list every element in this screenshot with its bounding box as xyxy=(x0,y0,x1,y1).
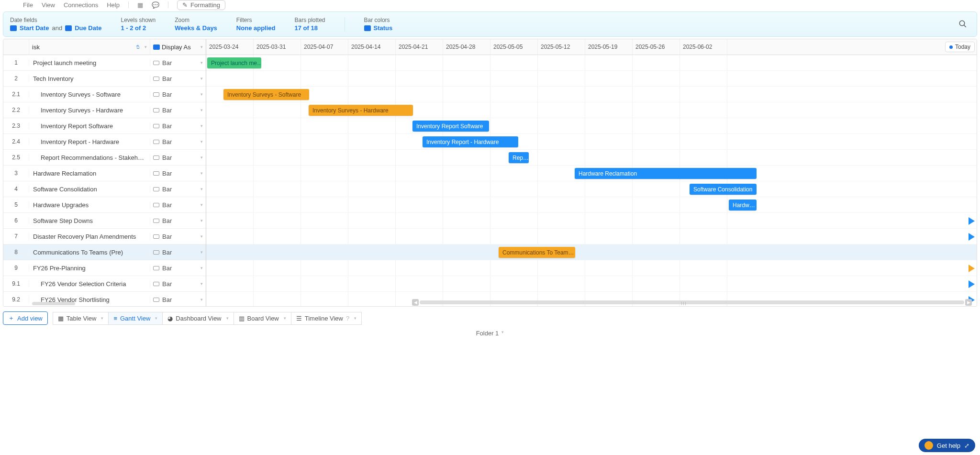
task-row[interactable]: 4Software ConsolidationBar▾ xyxy=(3,181,206,197)
display-as-cell[interactable]: Bar▾ xyxy=(150,233,206,240)
date-column-header[interactable]: 2025-05-05 xyxy=(490,39,538,55)
task-row[interactable]: 8Communications To Teams (Pre)Bar▾ xyxy=(3,244,206,260)
menu-file[interactable]: File xyxy=(23,1,33,9)
cfg-levels[interactable]: Levels shown 1 - 2 of 2 xyxy=(121,17,156,32)
gantt-bar[interactable]: Inventory Report Software xyxy=(412,121,489,132)
formatting-button[interactable]: ✎ Formatting xyxy=(177,0,225,10)
date-column-header[interactable]: 2025-04-28 xyxy=(443,39,490,55)
view-tab-dash[interactable]: ◕Dashboard View▾ xyxy=(163,312,234,325)
timeline-row[interactable]: Rep… xyxy=(206,150,977,166)
task-row[interactable]: 2.4Inventory Report - HardwareBar▾ xyxy=(3,134,206,150)
display-as-cell[interactable]: Bar▾ xyxy=(150,75,206,82)
task-name[interactable]: Software Consolidation xyxy=(29,186,150,193)
scroll-left-icon[interactable]: ◀ xyxy=(412,299,419,306)
display-as-cell[interactable]: Bar▾ xyxy=(150,265,206,272)
gantt-bar[interactable]: Hardw… xyxy=(729,200,757,211)
task-name[interactable]: Inventory Surveys - Software xyxy=(29,91,150,98)
gantt-bar[interactable]: Hardware Reclamation xyxy=(575,168,757,179)
task-name[interactable]: Hardware Reclamation xyxy=(29,170,150,177)
timeline-row[interactable]: Hardw… xyxy=(206,197,977,213)
date-column-header[interactable]: 2025-05-26 xyxy=(633,39,680,55)
timeline-row[interactable]: Inventory Report Software xyxy=(206,118,977,134)
date-column-header[interactable]: 2025-04-07 xyxy=(301,39,348,55)
task-row[interactable]: 2Tech InventoryBar▾ xyxy=(3,71,206,87)
view-tab-board[interactable]: ▥Board View▾ xyxy=(234,312,291,325)
date-column-header[interactable]: 2025-04-21 xyxy=(396,39,443,55)
chevron-down-icon[interactable]: ▾ xyxy=(226,316,229,321)
task-row[interactable]: 3Hardware ReclamationBar▾ xyxy=(3,166,206,181)
gantt-bar[interactable]: Software Consolidation xyxy=(690,184,757,195)
date-column-header[interactable]: 2025-06-02 xyxy=(680,39,727,55)
timeline-row[interactable]: Project launch me… xyxy=(206,55,977,71)
date-column-header[interactable]: 2025-04-14 xyxy=(348,39,396,55)
today-button[interactable]: Today xyxy=(945,42,975,52)
timeline-row[interactable] xyxy=(206,213,977,229)
chevron-down-icon[interactable]: ▾ xyxy=(101,316,103,321)
timeline-row[interactable]: Inventory Surveys - Hardware xyxy=(206,102,977,118)
display-as-cell[interactable]: Bar▾ xyxy=(150,107,206,114)
task-row[interactable]: 9FY26 Pre-PlanningBar▾ xyxy=(3,260,206,276)
task-row[interactable]: 5Hardware UpgradesBar▾ xyxy=(3,197,206,213)
display-as-cell[interactable]: Bar▾ xyxy=(150,154,206,161)
chevron-down-icon[interactable]: ▾ xyxy=(200,44,203,49)
display-column-header[interactable]: Display As ▾ xyxy=(150,39,206,55)
task-name[interactable]: Inventory Report Software xyxy=(29,122,150,130)
timeline-scrollbar[interactable]: ◀ ||| ▶ xyxy=(412,300,972,305)
timeline-row[interactable] xyxy=(206,71,977,87)
offscreen-bar-icon[interactable] xyxy=(969,265,975,272)
scrollbar-track[interactable]: ||| xyxy=(420,300,964,304)
date-column-header[interactable]: 2025-05-12 xyxy=(538,39,585,55)
gantt-bar[interactable]: Project launch me… xyxy=(207,57,261,68)
cfg-plotted[interactable]: Bars plotted 17 of 18 xyxy=(294,17,325,32)
display-as-cell[interactable]: Bar▾ xyxy=(150,201,206,209)
display-as-cell[interactable]: Bar▾ xyxy=(150,170,206,177)
timeline-row[interactable] xyxy=(206,260,977,276)
timeline-row[interactable]: Software Consolidation xyxy=(206,181,977,197)
comment-icon[interactable]: 💬 xyxy=(152,1,159,9)
timeline-row[interactable]: Communications To Team… xyxy=(206,244,977,260)
view-tab-table[interactable]: ▦Table View▾ xyxy=(53,312,109,325)
search-icon[interactable] xyxy=(956,17,970,31)
display-as-cell[interactable]: Bar▾ xyxy=(150,91,206,98)
chevron-down-icon[interactable]: ▾ xyxy=(354,316,356,321)
task-name[interactable]: Inventory Report - Hardware xyxy=(29,138,150,145)
task-name[interactable]: Communications To Teams (Pre) xyxy=(29,249,150,256)
task-name[interactable]: Project launch meeting xyxy=(29,59,150,67)
task-name[interactable]: Disaster Recovery Plan Amendments xyxy=(29,233,150,240)
date-column-header[interactable]: 2025-03-31 xyxy=(254,39,301,55)
folder-bar[interactable]: Folder 1 ▾ xyxy=(0,328,980,339)
date-column-header[interactable]: 2025-05-19 xyxy=(585,39,633,55)
display-as-cell[interactable]: Bar▾ xyxy=(150,59,206,67)
task-row[interactable]: 2.2Inventory Surveys - HardwareBar▾ xyxy=(3,102,206,118)
timeline-row[interactable]: Inventory Report - Hardware xyxy=(206,134,977,150)
task-name[interactable]: Software Step Downs xyxy=(29,217,150,224)
display-as-cell[interactable]: Bar▾ xyxy=(150,138,206,145)
task-name[interactable]: Tech Inventory xyxy=(29,75,150,82)
timeline-rows[interactable]: Project launch me…Inventory Surveys - So… xyxy=(206,55,977,306)
task-column-header[interactable]: isk 🏷 ▾ xyxy=(29,39,150,55)
menu-view[interactable]: View xyxy=(42,1,55,9)
date-column-header[interactable]: 2025-03-24 xyxy=(206,39,254,55)
chevron-down-icon[interactable]: ▾ xyxy=(155,316,157,321)
tag-icon[interactable]: 🏷 xyxy=(135,45,140,49)
display-as-cell[interactable]: Bar▾ xyxy=(150,186,206,193)
timeline-row[interactable] xyxy=(206,276,977,292)
display-as-cell[interactable]: Bar▾ xyxy=(150,122,206,130)
gantt-bar[interactable]: Inventory Report - Hardware xyxy=(423,136,518,147)
display-as-cell[interactable]: Bar▾ xyxy=(150,296,206,303)
menu-help[interactable]: Help xyxy=(107,1,120,9)
task-name[interactable]: Inventory Surveys - Hardware xyxy=(29,107,150,114)
cfg-filters[interactable]: Filters None applied xyxy=(236,17,276,32)
timeline-row[interactable]: Hardware Reclamation xyxy=(206,166,977,181)
add-view-button[interactable]: ＋ Add view xyxy=(3,311,48,325)
menu-connections[interactable]: Connections xyxy=(64,1,98,9)
task-row[interactable]: 9.1FY26 Vendor Selection CriteriaBar▾ xyxy=(3,276,206,292)
cfg-date-fields[interactable]: Date fields Start Date and Due Date xyxy=(10,17,101,32)
task-row[interactable]: 2.3Inventory Report SoftwareBar▾ xyxy=(3,118,206,134)
chevron-down-icon[interactable]: ▾ xyxy=(145,44,147,49)
view-tab-timeline[interactable]: ☰Timeline View?▾ xyxy=(291,312,362,325)
offscreen-bar-icon[interactable] xyxy=(969,217,975,225)
task-row[interactable]: 1Project launch meetingBar▾ xyxy=(3,55,206,71)
timeline-row[interactable] xyxy=(206,229,977,244)
task-name[interactable]: FY26 Vendor Selection Criteria xyxy=(29,280,150,288)
